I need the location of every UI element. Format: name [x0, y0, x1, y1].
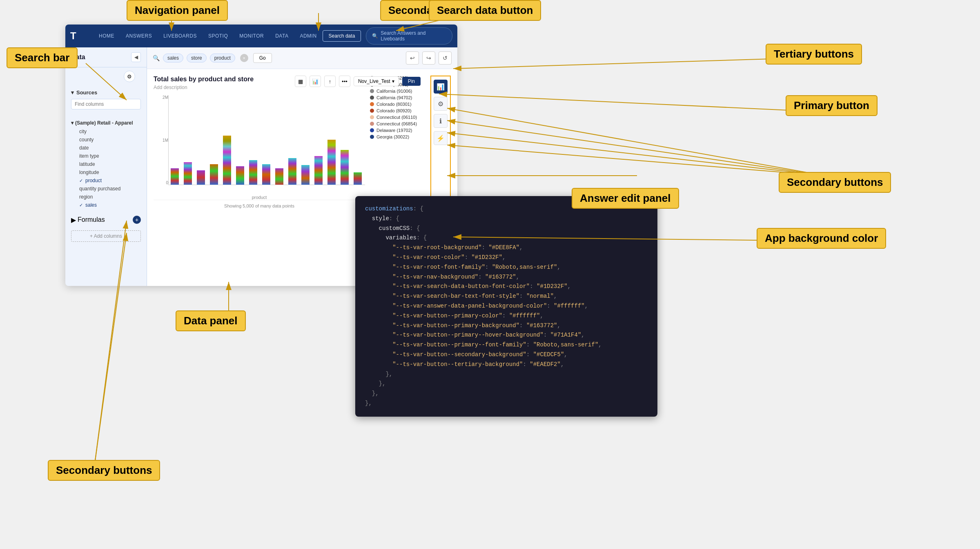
y-label-2m: 2M [163, 95, 168, 100]
code-line-16: "--ts-var-button--secondary-background":… [365, 350, 648, 360]
legend-item-co80920: Colorado (80920) [370, 108, 430, 113]
search-bar-label: Search bar [7, 47, 78, 68]
search-icon-sm: 🔍 [153, 55, 160, 61]
x-axis-title: product [154, 195, 365, 200]
code-line-11: "--ts-var-answer-data-panel-background-c… [365, 301, 648, 311]
svg-line-8 [447, 121, 825, 176]
search-go-button[interactable]: Go [253, 53, 272, 63]
chart-toolbar: ▦ 📊 ↑ ••• Nov_Live_Test ▾ Pin [295, 76, 421, 87]
sidebar-item-region[interactable]: region [71, 193, 141, 201]
search-pill-store[interactable]: store [187, 54, 207, 62]
legend-dot [370, 89, 374, 93]
item-label: region [79, 194, 93, 200]
bar-group [234, 166, 246, 185]
sidebar-item-sales[interactable]: ✓sales [71, 201, 141, 209]
svg-line-7 [447, 108, 825, 176]
chevron-right-icon: ▶ [71, 216, 76, 224]
nav-item-spotiq[interactable]: SPOTIQ [203, 25, 234, 47]
search-pill-sales[interactable]: sales [163, 54, 183, 62]
chart-info-button[interactable]: ℹ [434, 114, 448, 128]
legend-label: Colorado (80301) [376, 102, 412, 107]
legend-dot [370, 135, 374, 139]
add-formula-button[interactable]: + [133, 216, 141, 224]
more-options-button[interactable]: ••• [339, 76, 350, 87]
source-button[interactable]: Nov_Live_Test ▾ [354, 76, 399, 86]
formulas-header[interactable]: ▶ Formulas [71, 216, 105, 224]
check-icon: ✓ [79, 178, 83, 183]
bar-group [221, 136, 233, 185]
pin-button[interactable]: Pin [402, 77, 421, 86]
nav-item-monitor[interactable]: MONITOR [234, 25, 270, 47]
sidebar-item-city[interactable]: city [71, 127, 141, 136]
legend-label: Georgia (30022) [376, 134, 409, 139]
sidebar-item-itemtype[interactable]: item type [71, 152, 141, 160]
y-axis: 2M 1M 0 [154, 95, 168, 185]
search-data-button[interactable]: Search data [323, 30, 361, 42]
sidebar-item-latitude[interactable]: latitude [71, 160, 141, 168]
bar-group [260, 164, 272, 185]
table-view-button[interactable]: ▦ [295, 76, 306, 87]
navigation-panel-label: Navigation panel [127, 0, 228, 21]
code-line-14: "--ts-var-button--primary--hover-backgro… [365, 330, 648, 340]
bar-chart: 2M 1M 0 [154, 95, 365, 193]
bar-group [195, 170, 207, 185]
code-line-8: "--ts-var-nav-background": "#163772", [365, 272, 648, 282]
refresh-button[interactable]: ↺ [439, 51, 452, 65]
data-panel: Data ◀ ⚙ ▾ Sources ▾ (Sample) Retail - A… [65, 47, 147, 286]
sources-section: ▾ Sources [65, 85, 147, 117]
nav-item-admin[interactable]: ADMIN [294, 25, 322, 47]
nav-item-data[interactable]: DATA [270, 25, 294, 47]
chart-type-button[interactable]: 📊 [434, 80, 448, 94]
svg-line-6 [439, 94, 833, 112]
legend-label: Delaware (19702) [376, 128, 412, 133]
sources-label: Sources [76, 89, 97, 96]
app-background-color-label: App background color [757, 228, 886, 249]
bar-group [273, 168, 285, 185]
legend-dot [370, 102, 374, 106]
sidebar-config-button[interactable]: ⚙ [124, 71, 135, 82]
sources-header[interactable]: ▾ Sources [71, 89, 141, 96]
x-axis-labels [168, 185, 365, 193]
bar-group [286, 158, 298, 185]
sidebar-item-longitude[interactable]: longitude [71, 168, 141, 176]
sidebar-collapse-button[interactable]: ◀ [131, 52, 141, 62]
search-answers-placeholder: Search Answers and Liveboards [381, 30, 446, 42]
svg-line-9 [447, 133, 825, 176]
item-label: item type [79, 153, 99, 159]
search-clear-button[interactable]: × [240, 54, 248, 62]
item-label: date [79, 145, 89, 151]
item-label: product [85, 178, 102, 183]
legend-label: California (94702) [376, 95, 412, 100]
code-line-10: "--ts-var-search-bar-text-font-style": "… [365, 292, 648, 301]
tertiary-buttons-label: Tertiary buttons [766, 44, 862, 65]
chart-lightning-button[interactable]: ⚡ [434, 131, 448, 145]
legend-dot [370, 128, 374, 132]
chevron-icon: ▾ [392, 78, 394, 84]
sidebar-item-date[interactable]: date [71, 144, 141, 152]
formulas-section: ▶ Formulas + [65, 212, 147, 227]
search-pill-product[interactable]: product [210, 54, 235, 62]
nav-item-home[interactable]: HOME [93, 25, 120, 47]
search-answers-bar[interactable]: 🔍 Search Answers and Liveboards [366, 27, 452, 45]
bar-group [312, 156, 325, 185]
sidebar-item-county[interactable]: county [71, 136, 141, 144]
add-columns-button[interactable]: + Add columns [71, 230, 141, 242]
code-line-12: "--ts-var-button--primary-color": "#ffff… [365, 311, 648, 321]
sidebar-item-product[interactable]: ✓product [71, 176, 141, 185]
chart-main: ▦ 📊 ↑ ••• Nov_Live_Test ▾ Pin Total sale… [154, 76, 365, 279]
nav-item-liveboards[interactable]: LIVEBOARDS [158, 25, 203, 47]
nav-item-answers[interactable]: ANSWERS [120, 25, 158, 47]
sidebar-item-quantity[interactable]: quantity purchased [71, 185, 141, 193]
redo-button[interactable]: ↪ [422, 51, 435, 65]
code-line-17: "--ts-var-button--tertiary-background": … [365, 360, 648, 370]
item-label: quantity purchased [79, 186, 120, 192]
legend-item-ct06854: Connecticut (06854) [370, 121, 430, 126]
share-button[interactable]: ↑ [324, 76, 336, 87]
legend-label: Connecticut (06854) [376, 121, 417, 126]
chart-view-button[interactable]: 📊 [310, 76, 321, 87]
chart-settings-button[interactable]: ⚙ [434, 97, 448, 111]
retail-group-header[interactable]: ▾ (Sample) Retail - Apparel [71, 120, 141, 126]
secondary-buttons-right-label: Secondary buttons [779, 172, 891, 193]
find-columns-input[interactable] [71, 99, 141, 109]
undo-button[interactable]: ↩ [406, 51, 419, 65]
